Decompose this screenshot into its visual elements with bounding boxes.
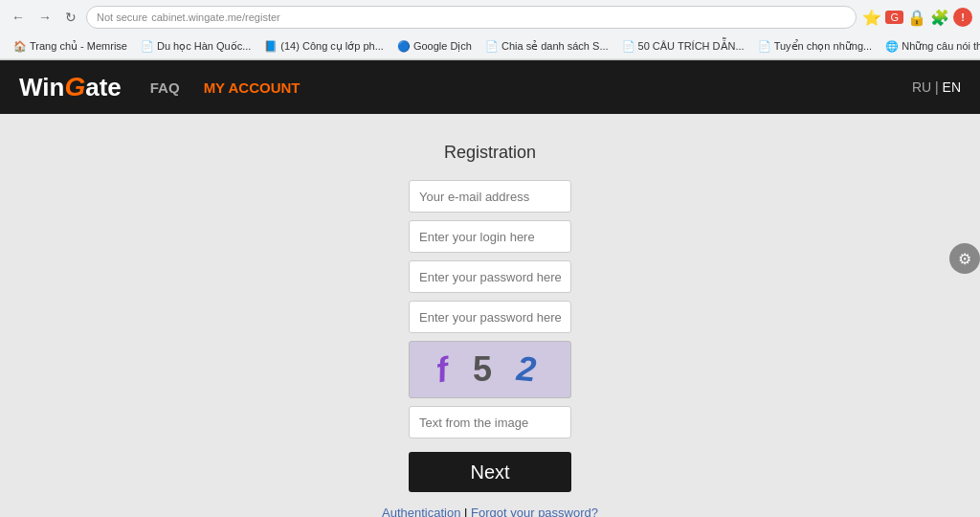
captcha-image: f 5 2 (409, 341, 571, 398)
url-text: cabinet.wingate.me/register (151, 11, 280, 23)
browser-chrome: ← → ↻ Not secure cabinet.wingate.me/regi… (0, 0, 980, 60)
logo-ate: ate (85, 73, 122, 102)
auth-link[interactable]: Authentication (382, 506, 460, 517)
bookmark-googledich[interactable]: 🔵 Google Dịch (391, 38, 478, 55)
nav-account[interactable]: MY ACCOUNT (204, 79, 301, 96)
password-input[interactable] (409, 260, 571, 293)
captcha-text: f 5 2 (427, 349, 553, 390)
bookmarks-bar: 🏠 Trang chủ - Memrise 📄 Du học Hàn Quốc.… (0, 34, 980, 59)
login-input[interactable] (409, 220, 571, 253)
logo-win: Win (19, 73, 64, 102)
captcha-input[interactable] (409, 406, 571, 438)
floating-action-button[interactable]: ⚙ (949, 243, 980, 274)
back-button[interactable]: ← (8, 8, 29, 27)
site-header: WinGate FAQ MY ACCOUNT RU | EN (0, 60, 980, 114)
nav-faq[interactable]: FAQ (150, 79, 180, 96)
reload-button[interactable]: ↻ (61, 8, 80, 27)
registration-title: Registration (444, 143, 536, 163)
captcha-char-3: 2 (515, 348, 546, 391)
password-confirm-input[interactable] (409, 301, 571, 333)
bookmark-tuyenchon[interactable]: 📄 Tuyển chọn những... (752, 38, 879, 55)
next-button[interactable]: Next (409, 452, 571, 492)
footer-sep: | (464, 506, 467, 517)
logo-g: G (64, 72, 85, 102)
header-lang: RU | EN (912, 79, 961, 95)
main-content: Registration f 5 2 Next Authentication |… (0, 114, 980, 517)
bookmark-congcu[interactable]: 📘 (14) Công cụ lớp ph... (258, 38, 390, 55)
captcha-char-2: 5 (473, 349, 500, 389)
float-icon: ⚙ (958, 250, 971, 268)
registration-form: f 5 2 Next (19, 180, 961, 492)
browser-actions: ⭐ G 🔒 🧩 ! (862, 8, 972, 27)
bookmark-nhungcau[interactable]: 🌐 Những câu nói thú... (880, 38, 980, 55)
bookmark-50cau[interactable]: 📄 50 CÂU TRÍCH DẪN... (616, 38, 750, 55)
captcha-char-1: f (433, 348, 458, 392)
email-input[interactable] (409, 180, 571, 213)
forgot-password-link[interactable]: Forgot your password? (471, 506, 598, 517)
bookmark-chiaseh[interactable]: 📄 Chia sẻ danh sách S... (479, 38, 614, 55)
bookmark-duhoc[interactable]: 📄 Du học Hàn Quốc... (135, 38, 256, 55)
bookmark-memrise[interactable]: 🏠 Trang chủ - Memrise (8, 38, 133, 55)
browser-toolbar: ← → ↻ Not secure cabinet.wingate.me/regi… (0, 0, 980, 34)
footer-links: Authentication | Forgot your password? R… (382, 506, 598, 517)
lang-separator: | (935, 79, 939, 95)
lang-ru[interactable]: RU (912, 79, 931, 95)
bookmark-icon: 🏠 (13, 40, 27, 53)
logo: WinGate (19, 72, 122, 102)
address-bar[interactable]: Not secure cabinet.wingate.me/register (86, 6, 857, 29)
forward-button[interactable]: → (34, 8, 56, 27)
lang-en[interactable]: EN (943, 79, 961, 95)
security-label: Not secure (97, 11, 147, 23)
